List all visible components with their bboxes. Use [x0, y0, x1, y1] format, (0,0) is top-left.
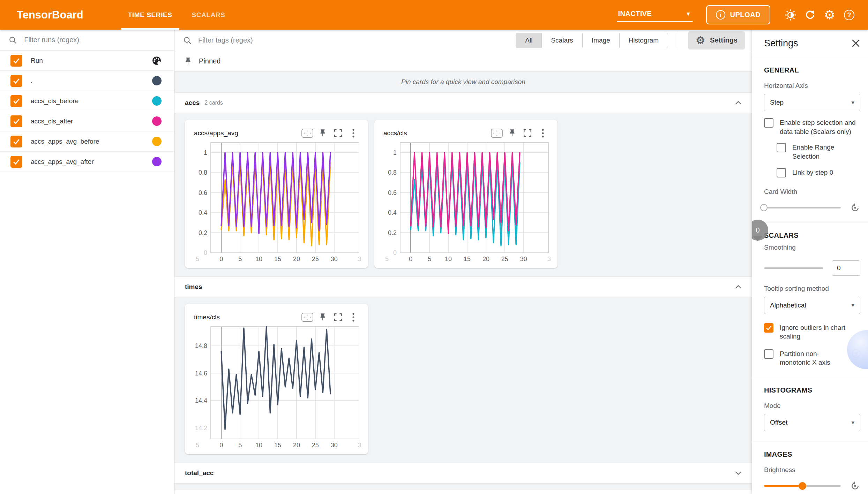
step-selection-checkbox-row[interactable]: Enable step selection and data table (Sc… — [764, 118, 860, 136]
tab-time-series[interactable]: TIME SERIES — [118, 0, 182, 30]
more-vert-icon — [352, 128, 355, 138]
scalars-heading: SCALARS — [764, 231, 860, 240]
search-icon — [8, 35, 17, 45]
pan-mode-button[interactable] — [300, 311, 315, 324]
scalar-card-accs-cls: accs/cls — [374, 120, 558, 268]
global-settings-button[interactable]: ⚙ — [820, 5, 839, 25]
run-checkbox[interactable] — [10, 156, 22, 168]
checkbox-unchecked[interactable] — [764, 118, 773, 128]
run-color-swatch — [152, 96, 162, 106]
pin-card-button[interactable] — [315, 127, 330, 140]
svg-text:5: 5 — [385, 256, 389, 263]
section-header-times[interactable]: times — [174, 276, 752, 297]
main-filler — [174, 484, 752, 486]
card-menu-button[interactable] — [346, 127, 361, 140]
card-menu-button[interactable] — [535, 127, 551, 140]
pan-mode-button[interactable] — [300, 127, 315, 140]
tooltip-sorting-select[interactable]: Alphabetical ▾ — [764, 297, 860, 314]
checkbox-unchecked[interactable] — [777, 168, 786, 177]
reset-icon[interactable] — [850, 481, 860, 491]
dark-mode-toggle-button[interactable] — [781, 5, 800, 25]
fullscreen-button[interactable] — [330, 311, 346, 324]
range-selection-checkbox-row[interactable]: Enable Range Selection — [777, 143, 860, 161]
svg-text:0: 0 — [204, 249, 207, 256]
tags-filter-input[interactable] — [198, 36, 398, 44]
run-row[interactable]: accs_apps_avg_before — [0, 131, 174, 152]
ignore-outliers-checkbox-row[interactable]: Ignore outliers in chart scaling — [764, 323, 860, 341]
chevron-up-icon[interactable] — [735, 285, 742, 289]
run-row-run[interactable]: Run — [0, 51, 174, 71]
checkbox-label: Enable Range Selection — [792, 143, 860, 161]
run-checkbox[interactable] — [10, 55, 22, 67]
run-row[interactable]: accs_cls_after — [0, 111, 174, 131]
line-chart-times-cls[interactable]: 05101520253014.414.614.85314.2 — [190, 325, 362, 449]
chevron-down-icon: ▾ — [851, 302, 854, 309]
line-chart-accs-cls[interactable]: 0510152025300.20.40.60.81530 — [379, 140, 551, 263]
filter-scalars[interactable]: Scalars — [541, 33, 582, 48]
check-icon — [13, 118, 20, 124]
pin-card-button[interactable] — [504, 127, 520, 140]
run-row[interactable]: accs_cls_before — [0, 91, 174, 111]
brightness-slider[interactable] — [764, 485, 841, 487]
app-title: TensorBoard — [17, 9, 83, 21]
smoothing-input[interactable]: 0 — [832, 260, 860, 276]
svg-text:10: 10 — [255, 256, 262, 263]
run-row[interactable]: accs_apps_avg_after — [0, 152, 174, 172]
divider — [752, 377, 868, 377]
pan-mode-button[interactable] — [489, 127, 504, 140]
reload-button[interactable] — [800, 5, 820, 25]
line-chart-accs-apps-avg[interactable]: 0510152025300.20.40.60.81530 — [190, 140, 362, 263]
horizontal-axis-select[interactable]: Step ▾ — [764, 94, 860, 111]
reset-icon[interactable] — [850, 203, 860, 213]
link-by-step-checkbox-row[interactable]: Link by step 0 — [777, 168, 860, 177]
slider-thumb[interactable] — [799, 482, 806, 490]
tab-scalars[interactable]: SCALARS — [182, 0, 235, 30]
pinned-empty-state: Pin cards for a quick view and compariso… — [174, 71, 752, 92]
filter-image[interactable]: Image — [582, 33, 619, 48]
chevron-up-icon[interactable] — [735, 101, 742, 105]
svg-text:25: 25 — [312, 256, 319, 263]
partition-x-axis-checkbox-row[interactable]: Partition non-monotonic X axis ? — [764, 349, 860, 367]
fullscreen-button[interactable] — [520, 127, 535, 140]
help-icon[interactable]: ? — [852, 349, 860, 358]
chevron-down-icon[interactable] — [735, 471, 742, 475]
run-checkbox[interactable] — [10, 115, 22, 127]
run-checkbox[interactable] — [10, 75, 22, 87]
upload-button[interactable]: i UPLOAD — [706, 5, 770, 24]
run-status-dropdown[interactable]: INACTIVE ▾ — [617, 8, 693, 22]
svg-text:10: 10 — [255, 442, 262, 449]
search-icon — [183, 36, 192, 45]
toolbar-divider — [678, 33, 678, 48]
card-menu-button[interactable] — [346, 311, 361, 324]
section-header-total-acc[interactable]: total_acc — [174, 463, 752, 484]
run-checkbox[interactable] — [10, 136, 22, 147]
section-header-accs[interactable]: accs 2 cards — [174, 92, 752, 113]
filter-all[interactable]: All — [516, 33, 541, 48]
smoothing-slider[interactable] — [764, 267, 823, 269]
card-width-slider[interactable] — [764, 207, 841, 208]
check-icon — [13, 78, 20, 84]
checkbox-unchecked[interactable] — [764, 349, 773, 359]
pin-card-button[interactable] — [315, 311, 330, 324]
run-color-swatch — [152, 157, 162, 166]
palette-icon[interactable] — [152, 56, 162, 66]
run-row[interactable]: . — [0, 71, 174, 91]
filter-histogram[interactable]: Histogram — [619, 33, 668, 48]
runs-filter-input[interactable] — [24, 36, 166, 44]
help-button[interactable]: ? — [839, 5, 859, 25]
checkbox-checked[interactable] — [764, 323, 773, 333]
slider-thumb[interactable] — [760, 204, 768, 211]
svg-text:14.6: 14.6 — [195, 370, 207, 377]
more-vert-icon — [541, 128, 544, 138]
svg-text:5: 5 — [428, 256, 431, 263]
close-icon[interactable] — [851, 39, 860, 48]
svg-text:25: 25 — [312, 442, 319, 449]
svg-text:1: 1 — [204, 149, 207, 156]
card-width-label: Card Width — [764, 188, 860, 196]
settings-toggle-button[interactable]: ⚙ Settings — [688, 31, 745, 50]
run-color-swatch — [152, 116, 162, 126]
fullscreen-button[interactable] — [330, 127, 346, 140]
histogram-mode-select[interactable]: Offset ▾ — [764, 414, 860, 431]
checkbox-unchecked[interactable] — [777, 143, 786, 152]
run-checkbox[interactable] — [10, 95, 22, 107]
